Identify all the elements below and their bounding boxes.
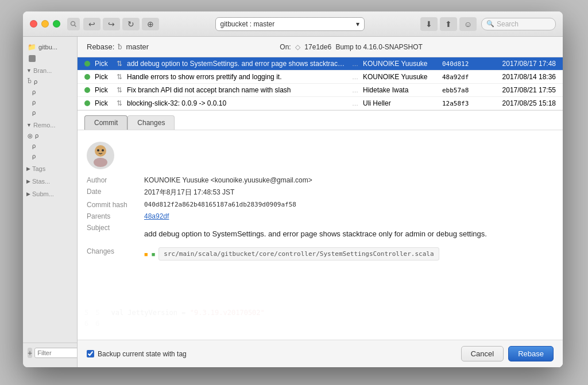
sidebar-filter-input[interactable] [34, 348, 78, 358]
sidebar-section-submodules: ▶ Subm... [23, 189, 77, 199]
content-area: 5 5 val JettyVersion = "9.3.19.v20170502… [78, 37, 563, 367]
backup-checkbox[interactable]: Backup current state with tag [87, 350, 187, 358]
sidebar-branches-header[interactable]: ▼ Bran... [23, 65, 77, 76]
branch-name2: ρ [28, 88, 36, 95]
branch-icon-header: ƀ [118, 43, 122, 51]
svg-point-5 [97, 149, 99, 151]
commit-author-1: KOUNOIKE Yuusuke [363, 73, 438, 81]
sidebar-item-repo[interactable]: 📁 gitbu... [23, 41, 77, 53]
ellipsis-2: … [352, 87, 358, 94]
triangle-icon5: ▶ [26, 191, 30, 197]
detail-row-changes: Changes ■ ■ src/main/scala/gitbucket/cor… [87, 247, 554, 260]
branch-name4: ρ [28, 109, 36, 116]
reorder-icon-1[interactable]: ⇅ [117, 73, 122, 81]
commit-row-3[interactable]: Pick ⇅ blocking-slick-32: 0.0.9 -> 0.0.1… [78, 97, 563, 110]
rebase-branch-name: master [126, 42, 149, 51]
detail-tabs: Commit Changes [78, 111, 563, 130]
commit-hash-0: 040d812 [442, 60, 477, 68]
svg-point-3 [95, 145, 106, 157]
sidebar-stash-header[interactable]: ▶ Stas... [23, 176, 77, 186]
maximize-button[interactable] [53, 20, 60, 28]
commit-date-2: 2017/08/21 17:55 [481, 86, 556, 94]
smile-icon[interactable]: ☺ [459, 17, 477, 31]
commit-hash-icon: ◇ [295, 43, 300, 51]
push-icon[interactable]: ⬆ [440, 17, 457, 31]
subject-label: Subject [87, 224, 144, 232]
sidebar-section-branches: ▼ Bran... ƀ ρ ρ ρ ρ [23, 65, 77, 118]
ellipsis-0: … [352, 60, 358, 67]
sidebar-submodules-header[interactable]: ▶ Subm... [23, 189, 77, 199]
author-value: KOUNOIKE Yuusuke <kounoike.yuusuke@gmail… [144, 176, 312, 184]
commit-row-0[interactable]: Pick ⇅ add debug option to SystemSetting… [78, 57, 563, 71]
rebase-header-center: On: ◇ 17e1de6 Bump to 4.16.0-SNAPSHOT [149, 43, 554, 51]
commit-action-3: Pick [95, 99, 112, 107]
branch-name: ρ [34, 78, 37, 85]
parents-value[interactable]: 48a92df [144, 212, 169, 220]
minimize-button[interactable] [41, 20, 49, 28]
ellipsis-1: … [352, 73, 358, 80]
commit-row-1[interactable]: Pick ⇅ Handle errors to show errors pret… [78, 71, 563, 84]
remote-name1: ρ [35, 132, 38, 139]
forward-button[interactable]: ↪ [103, 18, 120, 30]
sidebar-remote-item3[interactable]: ρ [23, 151, 77, 161]
add-button[interactable]: + [28, 348, 32, 358]
branch-icon: ƀ [28, 77, 32, 85]
sidebar-remote-item1[interactable]: ◎ ρ [23, 130, 77, 141]
commit-list: Pick ⇅ add debug option to SystemSetting… [78, 57, 563, 111]
commit-message-3: blocking-slick-32: 0.0.9 -> 0.0.10 [127, 99, 347, 107]
sidebar-item-branch3[interactable]: ρ [23, 97, 77, 107]
sidebar-stash-label: Stas... [32, 178, 50, 185]
sidebar-footer: + [23, 343, 77, 363]
status-dot-2 [84, 87, 90, 93]
commit-hash-1: 48a92df [442, 73, 477, 81]
sidebar-item-branch2[interactable]: ρ [23, 87, 77, 97]
ellipsis-3: … [352, 100, 358, 107]
branch-name3: ρ [28, 99, 36, 106]
commit-row-2[interactable]: Pick ⇅ Fix branch API did not accept bra… [78, 84, 563, 97]
remote-name3: ρ [28, 153, 36, 160]
branch-selector[interactable]: gitbucket : master ▾ [215, 17, 365, 31]
remote-name2: ρ [28, 142, 36, 149]
detail-content: Author KOUNOIKE Yuusuke <kounoike.yuusuk… [78, 130, 563, 271]
rebase-button[interactable]: Rebase [508, 346, 554, 361]
commit-message-2: Fix branch API did not accept branch nam… [127, 86, 347, 94]
reorder-icon-3[interactable]: ⇅ [117, 99, 122, 107]
date-value: 2017年8月17日 17:48:53 JST [144, 188, 234, 197]
change-indicator-orange: ■ [144, 251, 148, 258]
sidebar-item-branch1[interactable]: ƀ ρ [23, 76, 77, 87]
rebase-label: Rebase: [87, 42, 114, 51]
action-button[interactable]: ⊕ [142, 18, 159, 30]
detail-panel: Commit Changes [78, 111, 563, 340]
chevron-down-icon: ▾ [356, 20, 359, 28]
hash-value: 040d812f2a862b48165187a61db2839d0909af58 [144, 201, 296, 208]
pull-icon[interactable]: ⬇ [420, 17, 438, 31]
sidebar-remotes-header[interactable]: ▼ Remo... [23, 120, 77, 130]
sidebar-tags-label: Tags [32, 165, 45, 172]
reorder-icon-2[interactable]: ⇅ [117, 86, 122, 94]
backup-checkbox-input[interactable] [87, 350, 94, 357]
search-box[interactable]: 🔍 Search [481, 18, 556, 30]
reorder-icon-0[interactable]: ⇅ [117, 60, 122, 68]
tab-changes[interactable]: Changes [127, 115, 175, 130]
triangle-icon4: ▶ [26, 178, 30, 184]
tab-commit[interactable]: Commit [84, 115, 127, 130]
sidebar-item-branch4[interactable]: ρ [23, 107, 77, 118]
status-dot-3 [84, 100, 90, 106]
date-label: Date [87, 188, 144, 196]
svg-rect-2 [29, 55, 36, 62]
svg-point-4 [94, 158, 107, 167]
search-icon[interactable] [67, 18, 80, 30]
sidebar-tags-header[interactable]: ▶ Tags [23, 164, 77, 174]
sidebar-remote-item2[interactable]: ρ [23, 141, 77, 151]
svg-point-6 [102, 149, 104, 151]
refresh-button[interactable]: ↻ [122, 18, 140, 30]
detail-row-date: Date 2017年8月17日 17:48:53 JST [87, 188, 554, 197]
cancel-button[interactable]: Cancel [461, 346, 504, 361]
detail-row-author: Author KOUNOIKE Yuusuke <kounoike.yuusuk… [87, 176, 554, 184]
commit-action-0: Pick [95, 60, 112, 68]
rebase-header-left: Rebase: ƀ master [87, 42, 149, 51]
commit-author-0: KOUNOIKE Yuusuke [363, 60, 438, 68]
sidebar-submodules-label: Subm... [32, 190, 54, 197]
close-button[interactable] [30, 20, 37, 28]
back-button[interactable]: ↩ [83, 18, 100, 30]
